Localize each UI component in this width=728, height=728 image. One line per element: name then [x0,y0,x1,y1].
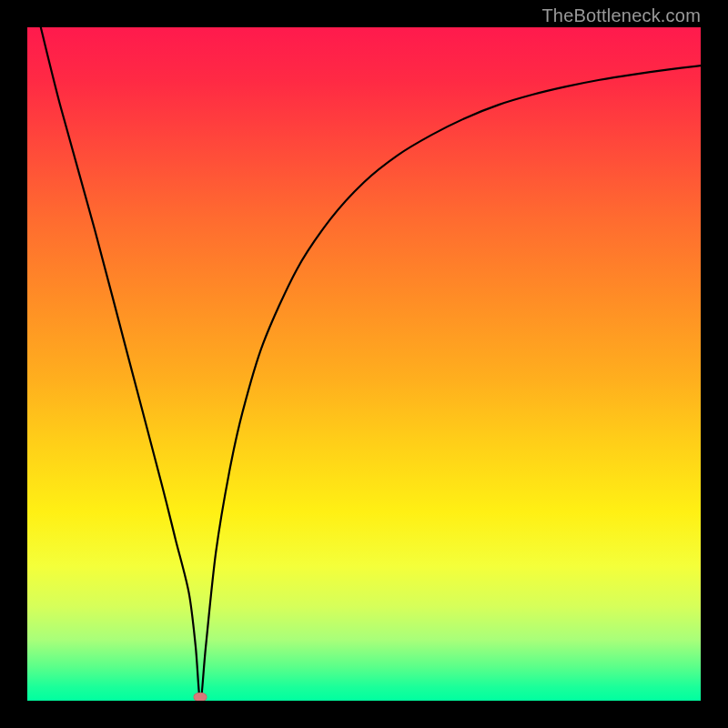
plot-area [27,27,701,701]
watermark-text: TheBottleneck.com [541,5,701,26]
minimum-marker [194,693,207,701]
chart-frame: TheBottleneck.com [0,0,728,728]
curve-path [41,27,701,701]
curve-svg [27,27,701,701]
